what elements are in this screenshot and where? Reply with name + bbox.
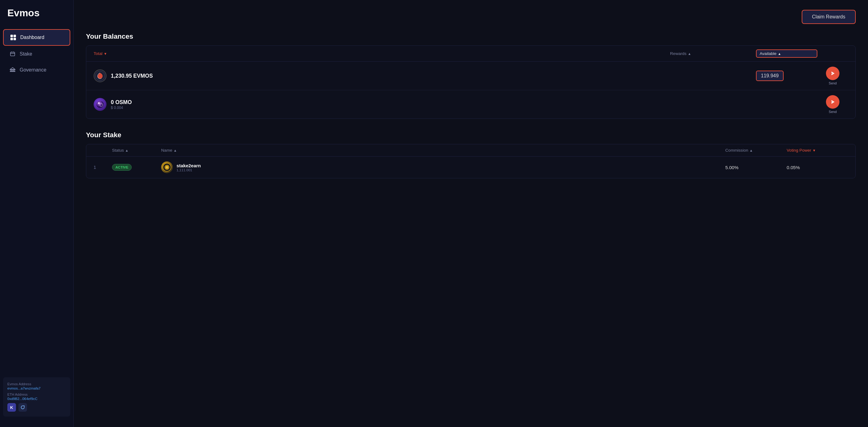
col-commission: Commission ▲: [725, 148, 787, 153]
commission-sort-icon: ▲: [749, 149, 753, 152]
svg-rect-1: [13, 35, 16, 37]
status-sort-icon: ▲: [125, 149, 129, 152]
svg-marker-13: [832, 100, 835, 104]
claim-rewards-button[interactable]: Claim Rewards: [802, 10, 856, 24]
available-sort-icon: ▲: [778, 52, 781, 56]
sidebar-item-governance[interactable]: Governance: [3, 62, 70, 78]
rewards-sort-icon: ▲: [688, 52, 691, 56]
main-content: Claim Rewards Your Balances Total ▼ Rewa…: [74, 0, 868, 427]
svg-rect-3: [13, 38, 16, 40]
name-sort-icon: ▲: [174, 149, 177, 152]
balances-title: Your Balances: [86, 33, 856, 40]
governance-icon: [9, 67, 16, 73]
voting-power-value: 0.05%: [787, 165, 848, 170]
col-total: Total ▼: [94, 50, 670, 58]
validator-name: stake2earn: [177, 163, 201, 168]
dashboard-icon: [10, 34, 17, 41]
osmo-logo: [94, 98, 106, 111]
validator-cell: stake2earn 1,111.001: [161, 161, 725, 173]
svg-rect-7: [14, 69, 15, 71]
refresh-button[interactable]: [19, 403, 27, 411]
evmos-address-label: Evmos Address: [7, 382, 66, 386]
svg-rect-5: [10, 69, 11, 71]
osmo-sub: $ 0.004: [111, 105, 132, 110]
col-name: Name ▲: [161, 148, 725, 153]
evmos-amount: 1,230.95 EVMOS: [111, 73, 153, 79]
evmos-available: 119.949: [756, 70, 817, 81]
svg-rect-0: [10, 35, 13, 37]
col-available: Available ▲: [756, 50, 817, 58]
commission-value: 5.00%: [725, 165, 787, 170]
evmos-send-label: Send: [829, 81, 837, 85]
evmos-send-wrap: Send: [817, 67, 848, 85]
eth-address-value: 0xd9B2...064ef9cC: [7, 397, 66, 401]
sidebar-item-label: Stake: [20, 51, 32, 57]
sidebar-nav: Dashboard Stake: [0, 29, 73, 78]
osmo-send-wrap: Send: [817, 95, 848, 114]
osmo-info: 0 OSMO $ 0.004: [111, 99, 132, 110]
balance-table: Total ▼ Rewards ▲ Available ▲: [86, 45, 856, 119]
validator-logo: [161, 161, 173, 173]
svg-rect-2: [10, 38, 13, 40]
evmos-send-button[interactable]: [826, 67, 839, 80]
sidebar-item-stake[interactable]: Stake: [3, 47, 70, 62]
osmo-send-button[interactable]: [826, 95, 839, 109]
keplr-button[interactable]: K: [7, 403, 16, 411]
stake-icon: [9, 51, 16, 57]
sidebar: Evmos Dashboard S: [0, 0, 74, 427]
evmos-address-value: evmos...a7wvzmafa7: [7, 387, 66, 390]
col-status: Status ▲: [112, 148, 161, 153]
svg-point-11: [98, 102, 100, 104]
token-cell-osmo: 0 OSMO $ 0.004: [94, 98, 670, 111]
svg-rect-6: [12, 69, 13, 71]
col-voting-power: Voting Power ▼: [787, 148, 848, 153]
osmo-amount: 0 OSMO: [111, 99, 132, 105]
sidebar-item-label: Governance: [20, 67, 46, 73]
sidebar-footer: Evmos Address evmos...a7wvzmafa7 ETH Add…: [3, 377, 70, 417]
row-number: 1: [94, 165, 112, 170]
balance-table-header: Total ▼ Rewards ▲ Available ▲: [86, 46, 856, 62]
stake-table-header: Status ▲ Name ▲ Commission ▲ Voting Powe…: [86, 144, 856, 157]
col-rewards: Rewards ▲: [670, 50, 756, 58]
table-row: 1,230.95 EVMOS 119.949 Send: [86, 62, 856, 90]
status-badge: ACTIVE: [112, 164, 132, 171]
svg-point-16: [166, 166, 168, 169]
osmo-send-label: Send: [829, 110, 837, 114]
stake-title: Your Stake: [86, 131, 856, 139]
sidebar-item-dashboard[interactable]: Dashboard: [3, 29, 70, 46]
validator-amount: 1,111.001: [177, 168, 201, 172]
voting-sort-icon: ▼: [812, 149, 816, 152]
total-sort-icon: ▼: [104, 52, 107, 56]
svg-marker-9: [832, 71, 835, 75]
footer-icons: K: [7, 403, 66, 411]
stake-table: Status ▲ Name ▲ Commission ▲ Voting Powe…: [86, 144, 856, 178]
token-cell-evmos: 1,230.95 EVMOS: [94, 69, 670, 82]
svg-rect-4: [10, 52, 15, 56]
table-row: 0 OSMO $ 0.004 Send: [86, 90, 856, 119]
app-logo: Evmos: [0, 7, 73, 29]
sidebar-item-label: Dashboard: [20, 35, 44, 40]
evmos-logo: [94, 69, 106, 82]
top-bar: Claim Rewards: [86, 10, 856, 24]
eth-address-label: ETH Address: [7, 393, 66, 396]
table-row: 1 ACTIVE stake2earn 1,111.001 5.00%: [86, 157, 856, 178]
